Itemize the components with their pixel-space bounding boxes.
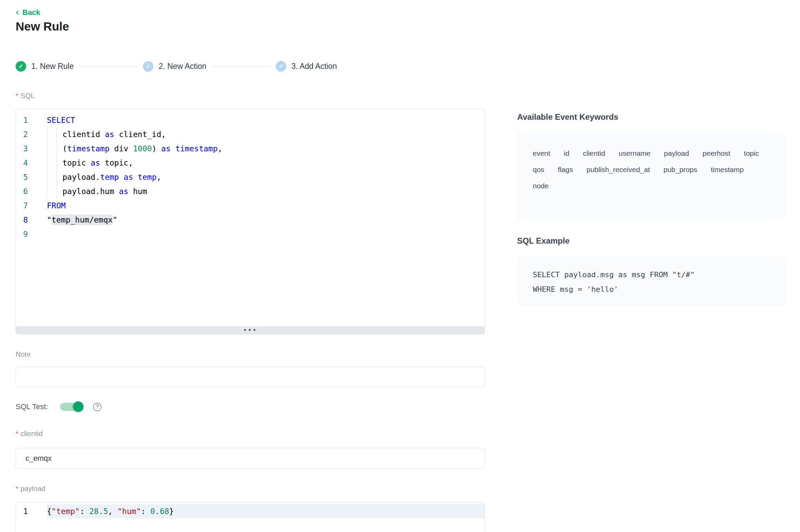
code-line: 8"temp_hum/emqx" xyxy=(16,213,485,227)
note-field-label: Note xyxy=(16,350,31,358)
keyword-chip[interactable]: event xyxy=(533,145,550,162)
keyword-chip[interactable]: clientid xyxy=(583,145,605,162)
back-chevron-icon: ‹ xyxy=(16,8,19,16)
back-label: Back xyxy=(22,8,40,17)
payload-code-editor[interactable]: 1{"temp": 28.5, "hum": 0.68} xyxy=(16,502,485,532)
sql-example-title: SQL Example xyxy=(517,236,569,246)
keyword-chip[interactable]: publish_received_at xyxy=(586,162,650,178)
line-number: 5 xyxy=(16,170,47,184)
step-connector xyxy=(79,66,138,67)
step-check-icon: ✓ xyxy=(16,61,26,72)
required-asterisk: * xyxy=(16,92,18,99)
step-label: 1. New Rule xyxy=(31,62,74,71)
sql-example-line: SELECT payload.msg as msg FROM "t/#" xyxy=(533,267,770,282)
note-input[interactable] xyxy=(16,366,485,387)
code-text xyxy=(47,227,485,241)
code-text: topic as topic, xyxy=(47,156,485,170)
help-icon[interactable]: ? xyxy=(93,403,102,411)
sql-field-label: *SQL xyxy=(16,92,35,100)
payload-field-label: *payload xyxy=(16,484,46,493)
back-link[interactable]: ‹ Back xyxy=(16,8,40,17)
code-text: {"temp": 28.5, "hum": 0.68} xyxy=(47,504,485,518)
code-text: SELECT xyxy=(47,113,485,127)
required-asterisk: * xyxy=(16,430,18,437)
sql-code-editor[interactable]: 1SELECT2clientid as client_id,3(timestam… xyxy=(16,109,485,334)
page-title: New Rule xyxy=(16,20,69,33)
step-label: 2. New Action xyxy=(159,62,206,71)
line-number: 1 xyxy=(16,504,47,518)
code-text: payload.temp as temp, xyxy=(47,170,485,184)
sql-example-box: SELECT payload.msg as msg FROM "t/#"WHER… xyxy=(517,256,785,305)
code-line: 6payload.hum as hum xyxy=(16,184,485,198)
code-line: 4topic as topic, xyxy=(16,156,485,170)
keyword-chip[interactable]: flags xyxy=(558,162,573,178)
line-number: 6 xyxy=(16,184,47,198)
line-number: 2 xyxy=(16,127,47,141)
line-number: 9 xyxy=(16,227,47,241)
editor-resize-handle[interactable]: ••• xyxy=(16,326,485,334)
code-line: 7FROM xyxy=(16,198,485,213)
step-check-icon: ✓ xyxy=(143,61,153,72)
line-number: 8 xyxy=(16,213,47,227)
sql-test-toggle[interactable] xyxy=(60,403,83,411)
required-asterisk: * xyxy=(16,484,18,492)
code-text: payload.hum as hum xyxy=(47,184,485,198)
code-text: FROM xyxy=(47,198,485,213)
code-line: 1SELECT xyxy=(16,113,485,127)
event-keywords-box: eventidclientidusernamepayloadpeerhostto… xyxy=(517,133,785,220)
keyword-chip[interactable]: username xyxy=(619,145,650,162)
sql-test-label: SQL Test: xyxy=(16,402,48,411)
clientid-field-label: *clientid xyxy=(16,430,43,438)
code-text: (timestamp div 1000) as timestamp, xyxy=(47,141,485,156)
keyword-chip[interactable]: timestamp xyxy=(711,162,744,178)
keywords-panel-title: Available Event Keywords xyxy=(517,112,618,122)
toggle-knob xyxy=(73,401,84,412)
line-number: 3 xyxy=(16,141,47,156)
code-line: 3(timestamp div 1000) as timestamp, xyxy=(16,141,485,156)
code-line: 9 xyxy=(16,227,485,241)
keyword-chip[interactable]: pub_props xyxy=(663,162,697,178)
code-text: "temp_hum/emqx" xyxy=(47,213,485,227)
step-label: 3. Add Action xyxy=(291,62,337,71)
keyword-chip[interactable]: id xyxy=(564,145,569,162)
code-line: 2clientid as client_id, xyxy=(16,127,485,141)
step-check-icon: ✓ xyxy=(276,61,286,72)
step-connector xyxy=(212,66,270,67)
code-line: 5payload.temp as temp, xyxy=(16,170,485,184)
steps-wizard: ✓1. New Rule✓2. New Action✓3. Add Action xyxy=(16,61,337,72)
code-text: clientid as client_id, xyxy=(47,127,485,141)
sql-test-row: SQL Test: ? xyxy=(16,402,102,411)
keyword-chip[interactable]: topic xyxy=(744,145,759,162)
line-number: 1 xyxy=(16,113,47,127)
step-item[interactable]: ✓1. New Rule xyxy=(16,61,74,72)
sql-example-line: WHERE msg = 'hello' xyxy=(533,282,770,297)
step-item[interactable]: ✓3. Add Action xyxy=(276,61,337,72)
line-number: 7 xyxy=(16,198,47,213)
keyword-chip[interactable]: node xyxy=(533,178,549,194)
code-line: 1{"temp": 28.5, "hum": 0.68} xyxy=(16,504,485,518)
keyword-chip[interactable]: payload xyxy=(664,145,689,162)
keyword-chip[interactable]: qos xyxy=(533,162,544,178)
line-number: 4 xyxy=(16,156,47,170)
step-item[interactable]: ✓2. New Action xyxy=(143,61,206,72)
keyword-chip[interactable]: peerhost xyxy=(703,145,730,162)
new-rule-page: ‹ Back New Rule ✓1. New Rule✓2. New Acti… xyxy=(0,0,800,532)
clientid-input[interactable] xyxy=(16,448,485,469)
